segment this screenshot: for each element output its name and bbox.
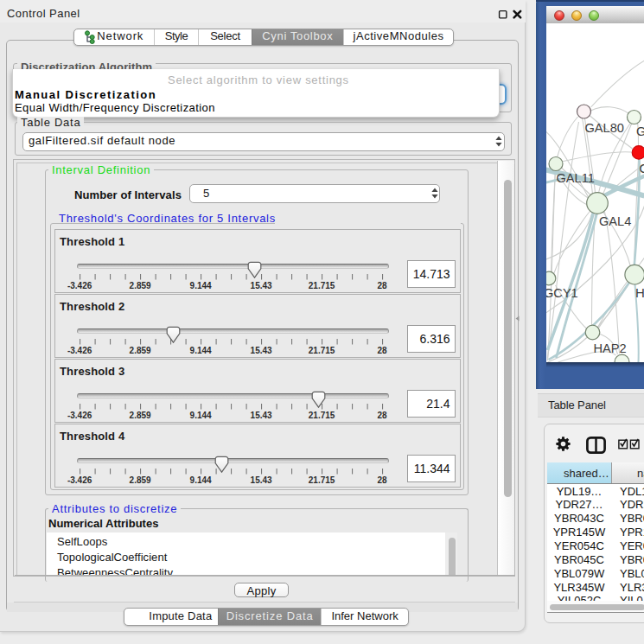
svg-text:GAL11: GAL11 xyxy=(556,171,594,185)
svg-text:GA: GA xyxy=(636,124,644,138)
svg-text:GAL80: GAL80 xyxy=(584,121,623,135)
svg-text:HAP2: HAP2 xyxy=(593,341,626,355)
svg-text:C: C xyxy=(639,162,644,175)
svg-text:HIS4: HIS4 xyxy=(635,285,644,300)
svg-text:GCY1: GCY1 xyxy=(546,286,578,300)
svg-text:GAL4: GAL4 xyxy=(599,214,631,228)
